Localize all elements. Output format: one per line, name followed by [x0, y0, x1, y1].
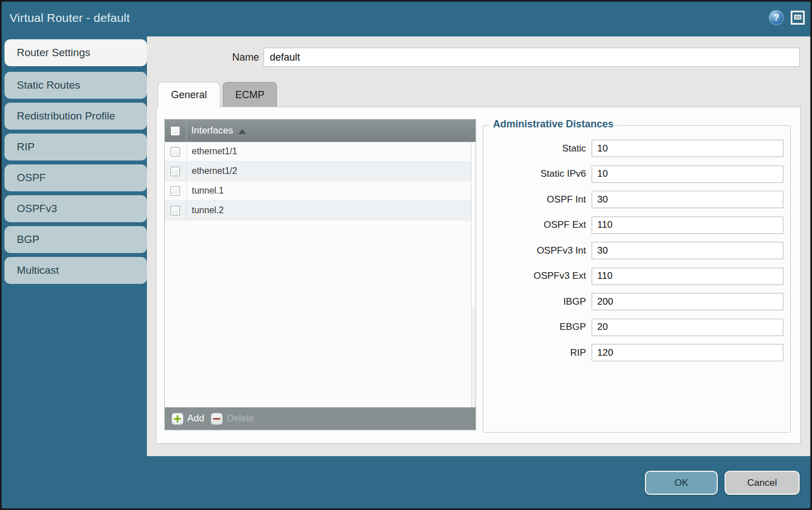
interface-row-tunnel-2[interactable]: tunnel.2: [165, 201, 476, 220]
add-button[interactable]: Add: [172, 413, 204, 425]
column-divider: [186, 142, 187, 220]
ospf-int-input[interactable]: [592, 191, 783, 208]
static-input[interactable]: [592, 140, 783, 157]
ospf-int-label: OSPF Int: [483, 194, 586, 205]
window-icon-inner: [794, 15, 801, 20]
row-checkbox[interactable]: [170, 167, 180, 176]
interface-name: tunnel.1: [192, 186, 224, 196]
admin-distances-legend: Administrative Distances: [489, 118, 617, 130]
delete-button[interactable]: Delete: [211, 413, 254, 425]
ospfv3-int-label: OSPFv3 Int: [483, 245, 586, 256]
ospf-ext-label: OSPF Ext: [483, 219, 586, 231]
static-ipv6-label: Static IPv6: [483, 168, 586, 180]
main-content: Name General ECMP Interfaces ethernet1/1: [147, 36, 810, 456]
interfaces-table: Interfaces ethernet1/1 ethernet1/2: [164, 119, 476, 430]
virtual-router-dialog: Virtual Router - default ? Router Settin…: [0, 0, 812, 510]
name-input[interactable]: [264, 48, 800, 67]
ok-button[interactable]: OK: [645, 471, 718, 495]
sidebar-item-multicast[interactable]: Multicast: [4, 257, 147, 284]
interface-name: ethernet1/2: [192, 166, 237, 176]
interface-row-ethernet1-2[interactable]: ethernet1/2: [165, 162, 476, 181]
dialog-titlebar: Virtual Router - default ?: [2, 2, 810, 36]
admin-distances-fieldset: Administrative Distances Static Static I…: [483, 125, 791, 433]
ospfv3-ext-input[interactable]: [592, 268, 783, 285]
admin-distances-fields: Static Static IPv6 OSPF Int OSPF Ext: [483, 126, 790, 361]
minus-icon: [211, 413, 223, 425]
interfaces-table-header[interactable]: Interfaces: [165, 120, 476, 142]
sidebar-nav: Router Settings Static Routes Redistribu…: [4, 39, 149, 288]
interfaces-table-toolbar: Add Delete: [165, 407, 476, 430]
sidebar-item-ospfv3[interactable]: OSPFv3: [4, 195, 147, 222]
interfaces-column-header[interactable]: Interfaces: [191, 125, 233, 136]
static-ipv6-input[interactable]: [592, 166, 783, 183]
sidebar-item-router-settings[interactable]: Router Settings: [4, 39, 147, 66]
tab-general[interactable]: General: [158, 82, 220, 107]
row-checkbox[interactable]: [170, 186, 180, 196]
interfaces-table-body: ethernet1/1 ethernet1/2 tunnel.1 tunnel.…: [165, 142, 476, 407]
select-all-checkbox[interactable]: [170, 126, 180, 136]
column-divider: [186, 120, 187, 142]
sidebar-item-ospf[interactable]: OSPF: [4, 164, 147, 191]
sort-ascending-icon: [238, 129, 246, 134]
ospfv3-ext-label: OSPFv3 Ext: [483, 270, 586, 282]
scrollbar-thumb[interactable]: [472, 142, 476, 307]
add-button-label: Add: [187, 413, 204, 424]
ibgp-input[interactable]: [592, 293, 783, 310]
ebgp-input[interactable]: [592, 319, 783, 336]
rip-input[interactable]: [592, 344, 783, 361]
help-icon[interactable]: ?: [769, 10, 784, 25]
sidebar-item-static-routes[interactable]: Static Routes: [4, 72, 147, 99]
sidebar-item-redistribution-profile[interactable]: Redistribution Profile: [4, 103, 147, 130]
ospf-ext-input[interactable]: [592, 217, 783, 234]
sidebar-item-rip[interactable]: RIP: [4, 134, 147, 160]
dialog-title: Virtual Router - default: [10, 11, 130, 25]
interface-row-ethernet1-1[interactable]: ethernet1/1: [165, 142, 476, 162]
interface-name: tunnel.2: [192, 205, 224, 215]
rip-label: RIP: [483, 347, 586, 359]
name-label: Name: [214, 52, 259, 63]
sidebar-item-bgp[interactable]: BGP: [4, 226, 147, 253]
cancel-button[interactable]: Cancel: [725, 471, 800, 495]
window-icon[interactable]: [791, 11, 805, 25]
ebgp-label: EBGP: [483, 321, 586, 333]
interface-row-tunnel-1[interactable]: tunnel.1: [165, 181, 476, 201]
delete-button-label: Delete: [227, 413, 254, 424]
ospfv3-int-input[interactable]: [592, 242, 783, 259]
plus-icon: [172, 413, 183, 425]
ibgp-label: IBGP: [483, 296, 586, 307]
row-checkbox[interactable]: [170, 206, 180, 215]
table-scrollbar[interactable]: [471, 142, 476, 407]
interface-name: ethernet1/1: [192, 146, 237, 157]
row-checkbox[interactable]: [170, 147, 180, 157]
tab-ecmp[interactable]: ECMP: [223, 82, 277, 107]
general-tab-panel: Interfaces ethernet1/1 ethernet1/2: [156, 107, 801, 444]
static-label: Static: [483, 143, 586, 154]
